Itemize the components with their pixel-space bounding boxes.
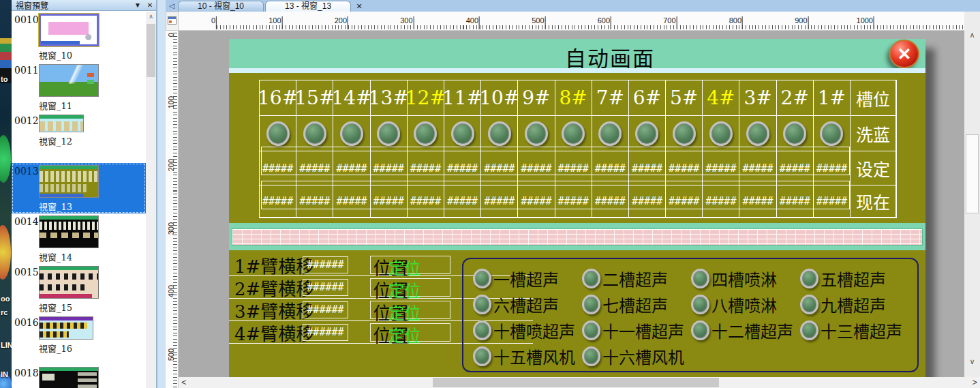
led-indicator[interactable] [582, 320, 600, 340]
window-preview-item-0010[interactable]: 0010視窗_10 [12, 12, 146, 62]
numeric-display[interactable]: ###### [303, 301, 348, 318]
slot-led-indicator[interactable] [340, 121, 363, 146]
numeric-display[interactable]: ##### [518, 151, 555, 185]
numeric-display[interactable]: ##### [777, 151, 814, 185]
window-preview-item-0018[interactable]: 0018 [12, 365, 146, 388]
position-display[interactable]: 位置定位 [370, 323, 450, 342]
position-display[interactable]: 位置定位 [370, 278, 450, 297]
window-preview-item-0012[interactable]: 0012視窗_12 [12, 113, 146, 163]
vertical-scrollbar-thumb[interactable] [966, 134, 979, 213]
numeric-display[interactable]: ##### [555, 151, 592, 185]
numeric-display[interactable]: ##### [703, 151, 739, 185]
panel-splitter[interactable] [157, 0, 166, 388]
scroll-up-icon[interactable]: ∧ [964, 31, 980, 40]
scroll-down-icon[interactable]: ∨ [964, 357, 980, 366]
window-preview-item-0016[interactable]: 0016視窗_16 [12, 314, 146, 365]
led-indicator[interactable] [691, 320, 709, 340]
numeric-display[interactable]: ##### [777, 185, 814, 218]
numeric-display[interactable]: ##### [333, 185, 370, 218]
numeric-display[interactable]: ##### [703, 185, 739, 218]
sidebar-scrollbar-thumb[interactable] [147, 24, 155, 77]
sidebar-scrollbar[interactable]: ∧ [146, 12, 156, 388]
numeric-display[interactable]: ##### [260, 151, 296, 185]
slot-led-indicator[interactable] [783, 121, 806, 146]
horizontal-scrollbar[interactable]: < > [179, 377, 980, 388]
position-display[interactable]: 位置定位 [370, 301, 450, 319]
tab-10[interactable]: 10 - 視窗_10 [178, 1, 264, 12]
numeric-display[interactable]: ##### [371, 151, 408, 185]
slot-led-indicator[interactable] [488, 121, 511, 146]
led-indicator[interactable] [473, 320, 491, 340]
numeric-display[interactable]: ##### [739, 151, 776, 185]
numeric-display[interactable]: ##### [371, 185, 408, 218]
numeric-display[interactable]: ##### [444, 185, 481, 218]
position-display[interactable]: 位置定位 [370, 256, 450, 274]
numeric-display[interactable]: ##### [518, 185, 555, 218]
slot-led-indicator[interactable] [673, 121, 696, 146]
led-indicator[interactable] [582, 346, 600, 366]
hmi-screen[interactable]: 自动画面 ✕ 16#15#14#13#12#11#10#9#8#7#6#5#4#… [229, 39, 925, 377]
scroll-left-icon[interactable]: < [181, 377, 187, 388]
numeric-display[interactable]: ##### [333, 151, 370, 185]
led-indicator[interactable] [473, 269, 491, 288]
panel-dropdown-icon[interactable]: ▼ [132, 1, 144, 9]
numeric-display[interactable]: ###### [303, 256, 348, 273]
slot-led-indicator[interactable] [414, 121, 437, 146]
numeric-display[interactable]: ##### [481, 185, 518, 218]
numeric-display[interactable]: ##### [296, 185, 333, 218]
led-indicator[interactable] [800, 269, 818, 288]
tab-13[interactable]: 13 - 視窗_13 [265, 1, 351, 12]
numeric-display[interactable]: ##### [592, 151, 629, 185]
numeric-display[interactable]: ##### [260, 185, 296, 218]
numeric-display[interactable]: ##### [481, 151, 518, 185]
slot-led-indicator[interactable] [525, 121, 548, 146]
tab-nav-left-icon[interactable]: ◁ [166, 1, 178, 12]
numeric-display[interactable]: ##### [666, 185, 703, 218]
numeric-display[interactable]: ##### [629, 185, 666, 218]
panel-close-icon[interactable]: ✕ [144, 1, 156, 9]
slot-led-indicator[interactable] [820, 121, 843, 146]
numeric-display[interactable]: ###### [303, 279, 348, 296]
window-preview-item-0014[interactable]: 0014視窗_14 [12, 213, 146, 264]
numeric-display[interactable]: ##### [555, 185, 592, 218]
design-canvas[interactable]: 自动画面 ✕ 16#15#14#13#12#11#10#9#8#7#6#5#4#… [179, 31, 964, 377]
numeric-display[interactable]: ##### [666, 151, 703, 185]
numeric-display[interactable]: ##### [739, 185, 776, 218]
numeric-display[interactable]: ###### [303, 324, 348, 341]
slot-led-indicator[interactable] [635, 121, 658, 146]
slot-led-indicator[interactable] [266, 121, 290, 146]
led-indicator[interactable] [473, 346, 491, 366]
led-indicator[interactable] [800, 320, 818, 340]
slot-led-indicator[interactable] [709, 121, 733, 146]
numeric-display[interactable]: ##### [814, 185, 851, 218]
slot-led-indicator[interactable] [598, 121, 622, 146]
numeric-display[interactable]: ##### [296, 151, 333, 185]
window-preview-item-0011[interactable]: 0011視窗_11 [12, 62, 146, 113]
window-preview-item-0013[interactable]: 0013視窗_13 [12, 163, 146, 213]
led-indicator[interactable] [473, 295, 491, 314]
led-indicator[interactable] [582, 295, 600, 314]
screen-close-button[interactable]: ✕ [889, 40, 919, 68]
slot-led-indicator[interactable] [746, 121, 769, 146]
numeric-display[interactable]: ##### [629, 151, 666, 185]
slot-led-indicator[interactable] [451, 121, 474, 146]
numeric-display[interactable]: ##### [408, 185, 444, 218]
led-indicator[interactable] [691, 269, 709, 288]
slot-led-indicator[interactable] [562, 121, 585, 146]
slot-led-indicator[interactable] [377, 121, 400, 146]
numeric-display[interactable]: ##### [814, 151, 851, 185]
screen-properties-icon[interactable] [168, 16, 177, 25]
led-indicator[interactable] [691, 295, 709, 314]
led-indicator[interactable] [800, 295, 818, 314]
horizontal-scrollbar-thumb[interactable] [433, 378, 719, 387]
vertical-scrollbar[interactable]: ∧ ∨ [964, 12, 980, 377]
numeric-display[interactable]: ##### [444, 151, 481, 185]
tab-close-icon[interactable]: ✕ [352, 1, 366, 12]
numeric-display[interactable]: ##### [592, 185, 629, 218]
slot-led-indicator[interactable] [303, 121, 326, 146]
scroll-right-icon[interactable]: > [972, 377, 977, 388]
scroll-up-icon[interactable]: ∧ [146, 12, 156, 21]
numeric-display[interactable]: ##### [408, 151, 444, 185]
window-preview-item-0015[interactable]: 0015視窗_15 [12, 264, 146, 314]
led-indicator[interactable] [582, 269, 600, 288]
